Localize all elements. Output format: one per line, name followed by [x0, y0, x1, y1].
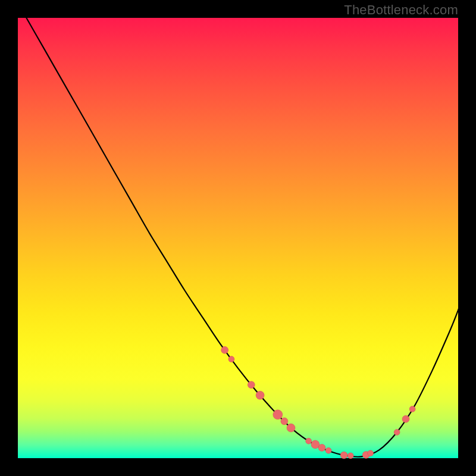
watermark-text: TheBottleneck.com — [344, 2, 458, 18]
highlight-dot — [256, 391, 264, 399]
highlight-dot — [228, 356, 234, 362]
highlight-dot — [325, 447, 331, 453]
highlight-dot — [402, 415, 409, 422]
highlight-dot — [306, 438, 312, 444]
highlight-dot — [287, 424, 295, 432]
highlight-dot — [340, 452, 347, 459]
highlight-dot — [221, 346, 228, 353]
highlight-dot — [248, 381, 255, 389]
highlight-dot — [318, 444, 325, 451]
highlight-dot — [347, 453, 353, 459]
highlight-dot — [281, 418, 288, 425]
highlight-dot — [368, 450, 374, 456]
chart-svg — [17, 17, 459, 459]
highlight-dots-group — [221, 346, 415, 459]
highlight-dot — [273, 410, 283, 419]
bottleneck-curve-path — [26, 17, 459, 457]
highlight-dot — [394, 430, 400, 436]
highlight-dot — [409, 406, 415, 412]
